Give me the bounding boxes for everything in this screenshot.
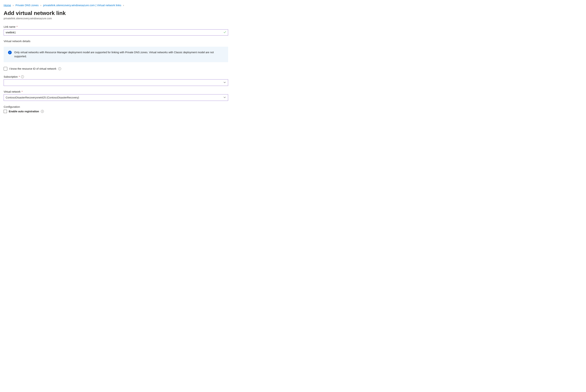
configuration-heading: Configuration (4, 105, 582, 108)
required-asterisk: * (22, 90, 23, 93)
subscription-select[interactable] (4, 79, 228, 86)
link-name-label: Link name * (4, 25, 582, 28)
subscription-label: Subscription * i (4, 75, 582, 78)
breadcrumb: Home › Private DNS zones › privatelink.s… (4, 4, 582, 7)
info-icon[interactable]: i (58, 67, 61, 70)
chevron-right-icon: › (40, 4, 41, 7)
required-asterisk: * (17, 25, 18, 28)
breadcrumb-zone-links[interactable]: privatelink.siterecovery.windowsazure.co… (43, 4, 121, 7)
required-asterisk: * (19, 75, 20, 78)
resource-id-checkbox-label: I know the resource ID of virtual networ… (9, 67, 61, 70)
virtual-network-details-heading: Virtual network details (4, 40, 582, 43)
enable-auto-registration-checkbox[interactable] (4, 110, 7, 113)
info-icon: i (8, 51, 12, 54)
info-text: Only virtual networks with Resource Mana… (14, 50, 224, 58)
info-icon[interactable]: i (21, 75, 24, 78)
enable-auto-registration-label: Enable auto registration i (9, 110, 44, 113)
page-subtitle: privatelink.siterecovery.windowsazure.co… (4, 17, 582, 20)
virtual-network-label: Virtual network * (4, 90, 582, 93)
link-name-input[interactable] (4, 29, 228, 36)
virtual-network-select[interactable]: ContosoDisasterRecoveryvnet425 (ContosoD… (4, 94, 228, 101)
breadcrumb-home[interactable]: Home (4, 4, 11, 7)
breadcrumb-private-dns-zones[interactable]: Private DNS zones (16, 4, 39, 7)
chevron-right-icon: › (123, 4, 124, 7)
chevron-right-icon: › (13, 4, 14, 7)
resource-id-checkbox[interactable] (4, 67, 7, 70)
page-title: Add virtual network link (4, 10, 582, 16)
info-icon[interactable]: i (41, 110, 44, 113)
info-box: i Only virtual networks with Resource Ma… (4, 47, 228, 62)
